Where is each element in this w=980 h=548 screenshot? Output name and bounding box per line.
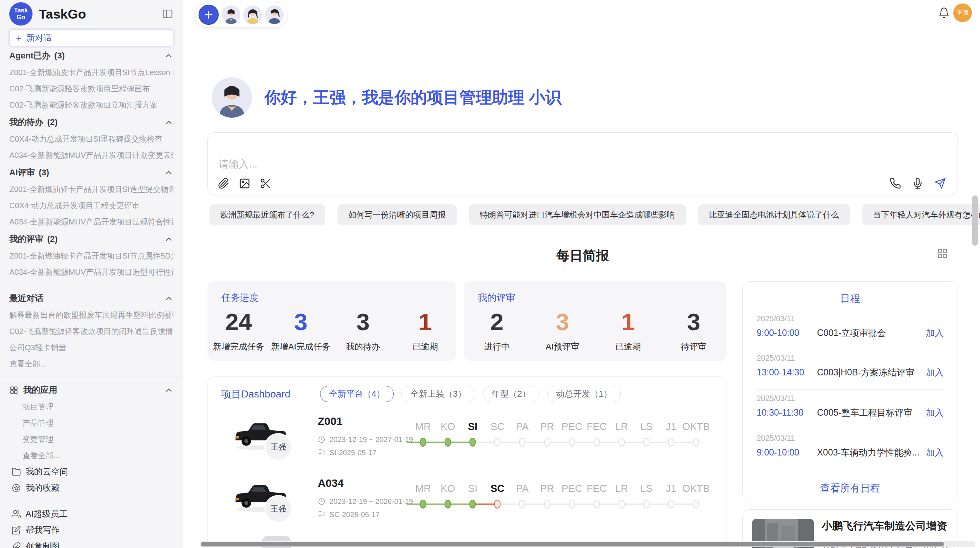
sidebar-item[interactable]: Z001-全新燃油皮卡产品开发项目SI节点Lesson Learn报告 (9, 64, 173, 80)
notification-bell-icon[interactable] (938, 7, 950, 19)
sidebar-item[interactable]: Z001-全新燃油轻卡产品开发项目SI节点属性5D文件评审 (9, 248, 173, 264)
join-meeting-link[interactable]: 加入 (926, 327, 944, 339)
milestone-dot[interactable] (643, 438, 649, 447)
user-avatar[interactable]: 王强 (953, 3, 972, 22)
sidebar-item-star[interactable]: 我的收藏 (9, 480, 173, 496)
sidebar-item[interactable]: C0X4-动力总成开发项目工程变更评审 (9, 197, 173, 214)
sidebar-item[interactable]: C02-飞腾新能源轻客改款项目立项汇报方案 (9, 97, 173, 113)
chevron-up-icon[interactable] (164, 385, 173, 395)
tool-item[interactable]: AI超级员工 (9, 506, 173, 522)
milestone-dot[interactable] (618, 438, 625, 447)
layout-grid-icon[interactable] (937, 248, 948, 259)
chevron-up-icon[interactable] (164, 118, 173, 127)
recent-chat-item[interactable]: 公司Q3轻卡销量 (9, 339, 173, 356)
microphone-icon[interactable] (912, 178, 923, 189)
sidebar-item[interactable]: A034-全新新能源MUV产品开发项目法规符合性评审 (9, 214, 173, 230)
milestone-dot[interactable] (445, 438, 451, 447)
milestone-dot[interactable] (593, 500, 600, 509)
dashboard-tab[interactable]: 全新平台（4） (320, 386, 394, 402)
attach-file-icon[interactable] (218, 178, 230, 189)
dashboard-tab[interactable]: 全新上装（3） (401, 386, 475, 402)
milestone-dot[interactable] (420, 438, 427, 447)
suggestion-chip[interactable]: 欧洲新规最近颁布了什么? (209, 204, 325, 225)
milestone-dot[interactable] (668, 438, 675, 447)
milestone-dot[interactable] (469, 438, 476, 447)
schedule-row: 13:00-14:30C003|H0B-方案冻结评审加入 (757, 366, 944, 378)
dashboard-tab[interactable]: 动总开发（1） (547, 386, 621, 402)
chevron-up-icon[interactable] (164, 294, 173, 303)
milestone-dot[interactable] (693, 500, 699, 509)
tool-label: AI超级员工 (26, 508, 68, 520)
app-item[interactable]: 产品管理 (9, 415, 173, 431)
horizontal-scrollbar[interactable] (200, 541, 975, 547)
join-meeting-link[interactable]: 加入 (926, 407, 944, 419)
dashboard-tab[interactable]: 年型（2） (483, 386, 540, 402)
composer-placeholder: 请输入... (219, 158, 257, 171)
milestone-dot[interactable] (494, 438, 501, 447)
tool-item[interactable]: 创意制图 (9, 538, 173, 548)
recent-section-header: 最近对话 (9, 290, 173, 307)
view-all-schedule-link[interactable]: 查看所有日程 (743, 481, 958, 495)
recent-chat-item[interactable]: C02-飞腾新能源轻客改款项目的闭环通告反馈情况 (9, 323, 173, 339)
tool-item[interactable]: 帮我写作 (9, 522, 173, 538)
sidebar-item-folder[interactable]: 我的云空间 (9, 464, 173, 480)
attach-image-icon[interactable] (239, 178, 250, 189)
chevron-up-icon[interactable] (164, 51, 173, 60)
milestone-line (473, 503, 497, 505)
suggestion-chip[interactable]: 如何写一份清晰的项目周报 (338, 204, 457, 225)
chevron-up-icon[interactable] (164, 235, 173, 244)
milestone-dot[interactable] (668, 500, 675, 509)
suggestion-chip[interactable]: 比亚迪全固态电池计划具体说了什么 (698, 204, 850, 225)
divider (0, 501, 183, 501)
join-meeting-link[interactable]: 加入 (926, 366, 944, 378)
view-all-apps-link[interactable]: 查看全部... (9, 447, 173, 464)
sidebar-header: Task Go TaskGo (9, 0, 173, 24)
milestone-dot[interactable] (693, 438, 699, 447)
milestone-dot[interactable] (618, 500, 625, 509)
sidebar-item[interactable]: C02-飞腾新能源轻客改款项目里程碑画布 (9, 80, 173, 97)
vertical-scrollbar-thumb[interactable] (972, 195, 978, 246)
milestone-dot[interactable] (519, 438, 526, 447)
milestone-dot[interactable] (519, 500, 526, 509)
recent-chat-item[interactable]: 解释最新出台的欧盟报废车法规再生塑料比例被调至15%... (9, 307, 173, 323)
view-all-chats-link[interactable]: 查看全部... (9, 356, 173, 372)
sidebar-item[interactable]: Z001-全新燃油轻卡产品开发项目SI造型提交物评审 (9, 181, 173, 197)
milestone-dot[interactable] (544, 438, 550, 447)
milestone-dot[interactable] (593, 438, 600, 447)
agent-avatar-3[interactable] (265, 5, 284, 24)
daily-briefing-title: 每日简报 (207, 247, 958, 265)
sidebar-item[interactable]: A034-全新新能源MUV产品开发项目计划变更表编写 (9, 147, 173, 163)
milestone-dot[interactable] (643, 500, 649, 509)
milestone-dot[interactable] (420, 500, 427, 509)
schedule-time: 9:00-10:00 (757, 328, 817, 338)
milestone-label: FEC (587, 483, 607, 495)
agent-avatar-1[interactable] (222, 5, 240, 24)
voice-call-icon[interactable] (889, 178, 901, 189)
agent-avatar-2[interactable] (243, 5, 262, 24)
sidebar-item[interactable]: A034-全新新能源MUV产品开发项目造型可行性评审 (9, 264, 173, 280)
join-meeting-link[interactable]: 加入 (926, 447, 944, 459)
milestone-dot[interactable] (445, 500, 451, 509)
send-icon[interactable] (934, 178, 946, 189)
milestone-line (423, 442, 448, 443)
add-agent-button[interactable] (199, 5, 219, 25)
milestone-dot[interactable] (469, 500, 476, 509)
app-item[interactable]: 变更管理 (9, 431, 173, 447)
suggestion-chip[interactable]: 当下年轻人对汽车外观有怎样的喜好趋势 (862, 204, 980, 225)
collapse-sidebar-icon[interactable] (162, 8, 173, 20)
milestone-dot[interactable] (544, 500, 550, 509)
suggestion-chip[interactable]: 特朗普可能对进口汽车增税会对中国车企造成哪些影响 (469, 204, 686, 225)
milestone-dot[interactable] (494, 500, 501, 509)
new-chat-button[interactable]: + 新对话 (9, 29, 173, 46)
composer[interactable]: 请输入... (207, 132, 958, 195)
chevron-up-icon[interactable] (164, 168, 173, 177)
horizontal-scrollbar-thumb[interactable] (201, 542, 944, 546)
snippet-scissors-icon[interactable] (260, 178, 271, 189)
milestone-dot[interactable] (569, 500, 575, 509)
milestone-dot[interactable] (569, 438, 575, 447)
app-item[interactable]: 项目管理 (9, 399, 173, 415)
greeting-text: 你好，王强，我是你的项目管理助理 小识 (264, 87, 562, 108)
milestone-label: KO (440, 483, 455, 495)
stats-card-tasks: 任务进度 24新增完成任务3新增AI完成任务3我的待办1已逾期 (207, 281, 456, 361)
sidebar-item[interactable]: C0X4-动力总成开发项目SI里程碑提交物检查 (9, 131, 173, 147)
